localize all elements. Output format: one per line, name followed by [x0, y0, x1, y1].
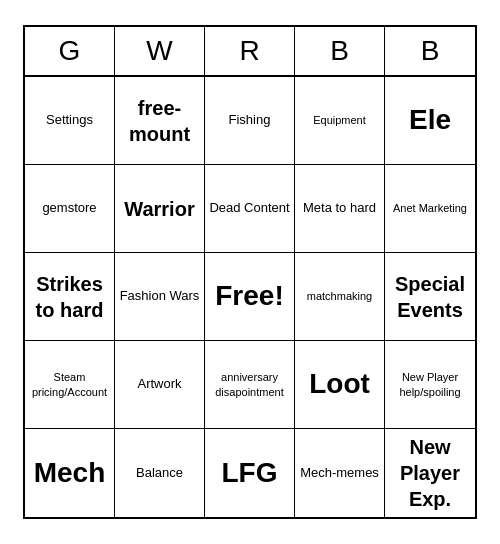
grid-cell-8: Meta to hard: [295, 165, 385, 253]
grid-cell-14: Special Events: [385, 253, 475, 341]
grid-cell-2: Fishing: [205, 77, 295, 165]
cell-text-12: Free!: [215, 278, 283, 314]
grid-cell-1: free-mount: [115, 77, 205, 165]
cell-text-15: Steam pricing/Account: [29, 370, 110, 399]
cell-text-4: Ele: [409, 102, 451, 138]
grid-cell-7: Dead Content: [205, 165, 295, 253]
cell-text-8: Meta to hard: [303, 200, 376, 217]
header-cell-1: W: [115, 27, 205, 75]
header-cell-3: B: [295, 27, 385, 75]
header-cell-0: G: [25, 27, 115, 75]
cell-text-17: anniversary disapointment: [209, 370, 290, 399]
cell-text-16: Artwork: [137, 376, 181, 393]
grid-cell-11: Fashion Wars: [115, 253, 205, 341]
grid: Settingsfree-mountFishingEquipmentElegem…: [25, 77, 475, 517]
cell-text-23: Mech-memes: [300, 465, 379, 482]
cell-text-13: matchmaking: [307, 289, 372, 303]
grid-cell-10: Strikes to hard: [25, 253, 115, 341]
cell-text-20: Mech: [34, 455, 106, 491]
cell-text-21: Balance: [136, 465, 183, 482]
grid-cell-15: Steam pricing/Account: [25, 341, 115, 429]
grid-cell-21: Balance: [115, 429, 205, 517]
cell-text-7: Dead Content: [209, 200, 289, 217]
grid-cell-0: Settings: [25, 77, 115, 165]
grid-cell-19: New Player help/spoiling: [385, 341, 475, 429]
cell-text-14: Special Events: [389, 271, 471, 323]
grid-cell-16: Artwork: [115, 341, 205, 429]
grid-cell-4: Ele: [385, 77, 475, 165]
grid-cell-20: Mech: [25, 429, 115, 517]
header-cell-4: B: [385, 27, 475, 75]
grid-cell-5: gemstore: [25, 165, 115, 253]
cell-text-0: Settings: [46, 112, 93, 129]
cell-text-11: Fashion Wars: [120, 288, 200, 305]
grid-cell-9: Anet Marketing: [385, 165, 475, 253]
cell-text-9: Anet Marketing: [393, 201, 467, 215]
cell-text-6: Warrior: [124, 196, 194, 222]
cell-text-2: Fishing: [229, 112, 271, 129]
grid-cell-12: Free!: [205, 253, 295, 341]
grid-cell-13: matchmaking: [295, 253, 385, 341]
cell-text-18: Loot: [309, 366, 370, 402]
grid-cell-23: Mech-memes: [295, 429, 385, 517]
cell-text-10: Strikes to hard: [29, 271, 110, 323]
cell-text-19: New Player help/spoiling: [389, 370, 471, 399]
header-cell-2: R: [205, 27, 295, 75]
cell-text-24: New Player Exp.: [389, 434, 471, 512]
grid-cell-24: New Player Exp.: [385, 429, 475, 517]
cell-text-22: LFG: [222, 455, 278, 491]
cell-text-5: gemstore: [42, 200, 96, 217]
cell-text-3: Equipment: [313, 113, 366, 127]
header-row: GWRBB: [25, 27, 475, 77]
bingo-card: GWRBB Settingsfree-mountFishingEquipment…: [23, 25, 477, 519]
cell-text-1: free-mount: [129, 95, 190, 147]
grid-cell-6: Warrior: [115, 165, 205, 253]
grid-cell-22: LFG: [205, 429, 295, 517]
grid-cell-17: anniversary disapointment: [205, 341, 295, 429]
grid-cell-3: Equipment: [295, 77, 385, 165]
grid-cell-18: Loot: [295, 341, 385, 429]
